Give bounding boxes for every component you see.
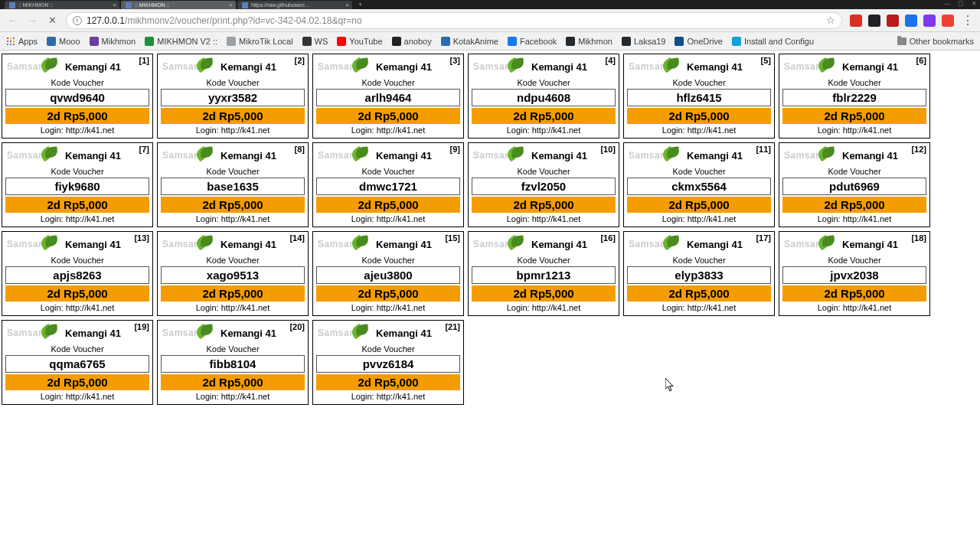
voucher-code: bpmr1213 bbox=[472, 266, 616, 284]
bookmark-item[interactable]: OneDrive bbox=[675, 37, 722, 46]
bookmark-label: Apps bbox=[18, 37, 38, 46]
browser-tab[interactable]: :: MIKHMON ::× bbox=[5, 1, 119, 9]
voucher-code-label: Kode Voucher bbox=[5, 256, 149, 265]
site-info-icon[interactable]: i bbox=[73, 16, 82, 25]
voucher-code: pvvz6184 bbox=[316, 355, 460, 373]
forward-button[interactable]: → bbox=[26, 15, 38, 27]
extension-icon[interactable] bbox=[923, 15, 936, 27]
extension-icon[interactable] bbox=[905, 15, 917, 27]
voucher-brand-watermark: Samsan bbox=[629, 61, 666, 72]
bookmark-item[interactable]: MIKHMON V2 :: bbox=[145, 37, 217, 46]
bookmark-item[interactable]: Facebook bbox=[508, 37, 557, 46]
bookmark-item[interactable]: MikroTik Local bbox=[227, 37, 293, 46]
leaf-icon bbox=[196, 324, 213, 341]
apps-grid-icon bbox=[6, 37, 15, 46]
voucher-title: Kemangi 41 bbox=[842, 150, 898, 161]
voucher-price: 2d Rp5,000 bbox=[316, 285, 460, 302]
voucher-card: [1]SamsanKemangi 41Kode Voucherqvwd96402… bbox=[2, 54, 153, 139]
voucher-brand-watermark: Samsan bbox=[7, 239, 44, 249]
bookmark-label: KotakAnime bbox=[453, 37, 498, 46]
voucher-card: [2]SamsanKemangi 41Kode Voucheryyxr35822… bbox=[157, 54, 309, 139]
bookmark-item[interactable]: WS bbox=[302, 37, 328, 46]
bookmark-item[interactable]: Mikhmon bbox=[566, 37, 612, 46]
bookmark-item[interactable]: Mooo bbox=[47, 37, 80, 46]
extension-icon[interactable] bbox=[850, 15, 862, 27]
bookmark-item[interactable]: Install and Configu bbox=[732, 37, 814, 46]
voucher-code: ndpu4608 bbox=[472, 89, 616, 106]
bookmark-star-icon[interactable]: ☆ bbox=[826, 15, 835, 26]
extension-icon[interactable] bbox=[887, 15, 899, 27]
new-tab-button[interactable]: + bbox=[354, 1, 367, 8]
bookmark-item[interactable]: anoboy bbox=[392, 37, 432, 46]
voucher-grid: [1]SamsanKemangi 41Kode Voucherqvwd96402… bbox=[2, 54, 978, 405]
voucher-code-label: Kode Voucher bbox=[316, 256, 460, 265]
voucher-title: Kemangi 41 bbox=[220, 328, 276, 339]
bookmark-label: anoboy bbox=[404, 37, 432, 46]
voucher-login-url: Login: http://k41.net bbox=[472, 126, 616, 135]
voucher-title: Kemangi 41 bbox=[376, 328, 432, 339]
browser-tab[interactable]: :: MIKHMON ::× bbox=[121, 1, 236, 9]
leaf-icon bbox=[41, 236, 57, 253]
leaf-icon bbox=[818, 147, 835, 164]
bookmark-favicon-icon bbox=[337, 37, 346, 46]
apps-button[interactable]: Apps bbox=[6, 37, 38, 46]
voucher-login-url: Login: http://k41.net bbox=[627, 303, 771, 312]
browser-menu-button[interactable]: ⋮ bbox=[962, 15, 974, 27]
voucher-login-url: Login: http://k41.net bbox=[782, 214, 926, 223]
address-bar[interactable]: i 127.0.0.1/mikhmonv2/voucher/print.php?… bbox=[66, 12, 842, 29]
window-maximize-button[interactable]: ▢ bbox=[958, 0, 964, 7]
voucher-login-url: Login: http://k41.net bbox=[316, 303, 460, 312]
voucher-header: SamsanKemangi 41 bbox=[472, 57, 616, 77]
tab-close-button[interactable]: × bbox=[345, 2, 349, 8]
bookmark-label: OneDrive bbox=[687, 37, 722, 46]
back-button[interactable]: ← bbox=[6, 15, 18, 27]
extension-icon[interactable] bbox=[868, 15, 880, 27]
voucher-title: Kemangi 41 bbox=[531, 61, 587, 73]
voucher-title: Kemangi 41 bbox=[531, 239, 587, 250]
tab-close-button[interactable]: × bbox=[229, 2, 233, 8]
tab-title: https://raw.githubuserc… bbox=[251, 2, 310, 8]
bookmark-label: Laksa19 bbox=[634, 37, 666, 46]
bookmark-label: Install and Configu bbox=[744, 37, 814, 46]
browser-tab[interactable]: https://raw.githubuserc…× bbox=[237, 1, 352, 9]
leaf-icon bbox=[507, 58, 524, 75]
leaf-icon bbox=[196, 147, 213, 164]
reload-button[interactable]: ✕ bbox=[46, 15, 58, 27]
voucher-code-label: Kode Voucher bbox=[627, 167, 771, 176]
bookmark-favicon-icon bbox=[508, 37, 517, 46]
voucher-code-label: Kode Voucher bbox=[472, 167, 616, 176]
window-close-button[interactable]: ✕ bbox=[972, 0, 977, 7]
leaf-icon bbox=[507, 147, 524, 164]
voucher-brand-watermark: Samsan bbox=[784, 150, 822, 161]
leaf-icon bbox=[351, 147, 368, 164]
voucher-header: SamsanKemangi 41 bbox=[627, 145, 771, 165]
voucher-login-url: Login: http://k41.net bbox=[472, 303, 616, 312]
voucher-login-url: Login: http://k41.net bbox=[316, 214, 460, 223]
bookmark-item[interactable]: YouTube bbox=[337, 37, 382, 46]
bookmark-favicon-icon bbox=[566, 37, 575, 46]
tab-favicon-icon bbox=[126, 2, 132, 8]
leaf-icon bbox=[351, 324, 368, 341]
bookmark-favicon-icon bbox=[302, 37, 312, 46]
bookmark-item[interactable]: Mikhmon bbox=[90, 37, 136, 46]
leaf-icon bbox=[818, 58, 835, 75]
voucher-brand-watermark: Samsan bbox=[318, 239, 355, 249]
tab-close-button[interactable]: × bbox=[113, 2, 116, 8]
bookmark-item[interactable]: KotakAnime bbox=[441, 37, 498, 46]
voucher-title: Kemangi 41 bbox=[687, 239, 743, 250]
bookmark-item[interactable]: Laksa19 bbox=[622, 37, 666, 46]
voucher-title: Kemangi 41 bbox=[842, 239, 898, 250]
voucher-code-label: Kode Voucher bbox=[472, 256, 616, 265]
window-minimize-button[interactable]: — bbox=[944, 0, 950, 7]
voucher-title: Kemangi 41 bbox=[531, 150, 587, 161]
extension-icon[interactable] bbox=[942, 15, 954, 27]
voucher-code: pdut6969 bbox=[782, 178, 926, 195]
voucher-code-label: Kode Voucher bbox=[782, 78, 926, 87]
voucher-price: 2d Rp5,000 bbox=[316, 374, 460, 390]
other-bookmarks[interactable]: Other bookmarks bbox=[897, 37, 974, 46]
bookmark-favicon-icon bbox=[90, 37, 99, 46]
voucher-price: 2d Rp5,000 bbox=[316, 197, 460, 213]
voucher-brand-watermark: Samsan bbox=[629, 150, 666, 161]
voucher-header: SamsanKemangi 41 bbox=[316, 234, 460, 254]
voucher-price: 2d Rp5,000 bbox=[161, 108, 305, 124]
